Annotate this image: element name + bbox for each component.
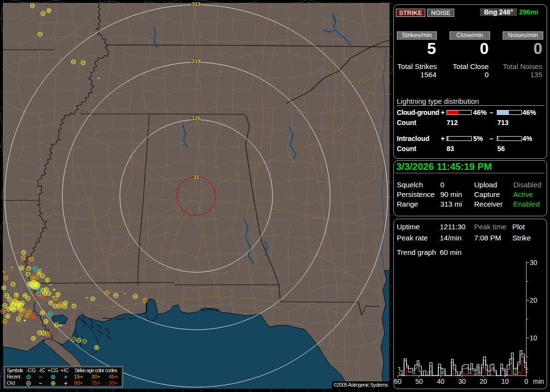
svg-text:10: 10 — [501, 378, 509, 385]
svg-text:45+: 45+ — [109, 374, 118, 379]
svg-text:20: 20 — [530, 296, 537, 304]
svg-text:-CG: -CG — [26, 367, 36, 373]
svg-text:+CG: +CG — [47, 367, 58, 373]
svg-text:min: min — [533, 378, 544, 385]
svg-text:0: 0 — [524, 378, 528, 385]
svg-text:75+: 75+ — [91, 380, 101, 386]
svg-text:Symbols: Symbols — [7, 367, 24, 373]
svg-text:40: 40 — [437, 378, 445, 385]
svg-text:20: 20 — [479, 378, 487, 385]
svg-text:©2005 Astrogenic Systems: ©2005 Astrogenic Systems — [333, 382, 389, 388]
svg-text:Recent: Recent — [7, 374, 20, 379]
svg-text:60+: 60+ — [74, 380, 83, 386]
svg-text:50: 50 — [415, 378, 423, 385]
svg-text:313: 313 — [192, 1, 201, 7]
svg-text:60: 60 — [394, 378, 402, 385]
svg-text:-IC: -IC — [38, 367, 45, 373]
svg-text:Strike age color codes: Strike age color codes — [74, 367, 118, 373]
svg-text:Old: Old — [7, 380, 15, 386]
svg-text:219: 219 — [192, 58, 201, 64]
svg-text:90+: 90+ — [109, 380, 118, 386]
svg-text:125: 125 — [192, 115, 201, 121]
svg-text:30: 30 — [458, 378, 466, 385]
svg-text:+IC: +IC — [60, 367, 69, 373]
svg-text:15+: 15+ — [74, 374, 83, 379]
svg-text:31: 31 — [193, 174, 199, 180]
svg-text:30+: 30+ — [91, 374, 101, 379]
svg-text:30: 30 — [530, 259, 537, 266]
svg-text:10: 10 — [530, 334, 537, 342]
